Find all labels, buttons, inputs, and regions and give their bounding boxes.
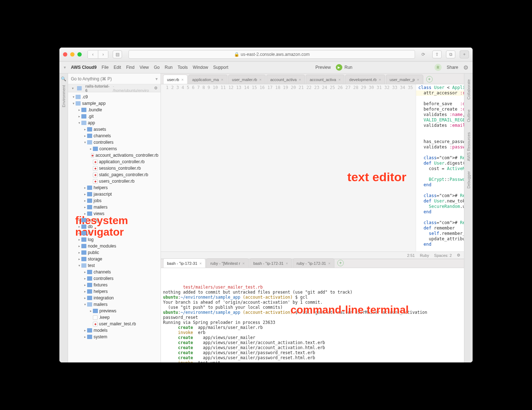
tree-item[interactable]: ▸lib <box>68 230 161 236</box>
close-icon[interactable]: × <box>259 77 261 82</box>
search-input[interactable] <box>71 76 153 81</box>
menu-toggle-icon[interactable]: ▾ <box>64 65 66 70</box>
menu-window[interactable]: Window <box>193 65 208 70</box>
tree-item[interactable]: ▸helpers <box>68 184 161 191</box>
tree-item[interactable]: ▸db <box>68 223 161 230</box>
editor-tab[interactable]: application_ma× <box>188 75 227 84</box>
tree-item[interactable]: ◆static_pages_controller.rb <box>68 171 161 178</box>
file-tree[interactable]: filesystem navigator ▾.c9▾sample_app▸.bu… <box>68 92 161 362</box>
tree-item[interactable]: ▸assets <box>68 126 161 133</box>
close-icon[interactable]: × <box>181 77 184 82</box>
close-icon[interactable]: × <box>242 261 244 266</box>
new-tab-icon[interactable]: + <box>460 50 469 58</box>
menu-find[interactable]: Find <box>126 65 134 70</box>
close-icon[interactable] <box>63 52 67 57</box>
zoom-icon[interactable] <box>77 52 82 57</box>
text-editor[interactable]: 1 2 3 4 5 6 7 8 9 10 11 12 13 14 15 16 1… <box>161 84 464 251</box>
close-icon[interactable]: × <box>379 77 381 82</box>
tree-item[interactable]: ▾test <box>68 262 161 269</box>
tree-item[interactable]: ▸fixtures <box>68 282 161 288</box>
close-icon[interactable]: × <box>299 77 301 82</box>
tree-item[interactable]: ▸jobs <box>68 197 161 204</box>
tree-item[interactable]: ▸config <box>68 217 161 223</box>
tree-item[interactable]: ▸channels <box>68 269 161 275</box>
menu-view[interactable]: View <box>140 65 149 70</box>
editor-tab[interactable]: user.rb× <box>163 75 188 84</box>
search-icon[interactable]: 🔍 <box>61 76 66 81</box>
forward-button[interactable]: › <box>98 50 108 58</box>
right-rail-collaborate[interactable]: Collaborate <box>466 79 471 99</box>
tree-item[interactable]: ▸storage <box>68 256 161 262</box>
tree-item[interactable]: ▾mailers <box>68 301 161 308</box>
new-tab-button[interactable]: + <box>426 76 433 83</box>
tree-item[interactable]: .keep <box>68 314 161 321</box>
share-icon[interactable]: ⇪ <box>432 50 442 58</box>
tree-item[interactable]: ◆sessions_controller.rb <box>68 165 161 171</box>
tree-item[interactable]: ▸helpers <box>68 288 161 295</box>
menu-run[interactable]: Run <box>165 65 173 70</box>
reload-icon[interactable]: ⟳ <box>421 52 425 57</box>
new-terminal-button[interactable]: + <box>337 260 344 266</box>
menu-go[interactable]: Go <box>154 65 160 70</box>
tree-item[interactable]: ▾.c9 <box>68 94 161 100</box>
editor-tab[interactable]: account_activa× <box>306 75 344 84</box>
tree-item[interactable]: ◆application_controller.rb <box>68 159 161 165</box>
minimize-icon[interactable] <box>70 52 75 57</box>
editor-tab[interactable]: development.rb× <box>345 75 385 84</box>
editor-tab[interactable]: user_mailer.rb× <box>228 75 266 84</box>
preview-button[interactable]: Preview <box>315 65 331 70</box>
menu-edit[interactable]: Edit <box>114 65 121 70</box>
tree-item[interactable]: ▸channels <box>68 133 161 139</box>
tree-item[interactable]: ▸concerns <box>68 146 161 152</box>
right-rail-debugger[interactable]: Debugger <box>466 171 471 188</box>
terminal-tab[interactable]: ruby - "[Minitest r× <box>206 258 248 268</box>
editor-tab[interactable]: account_activa× <box>266 75 305 84</box>
goto-search[interactable]: ▾ <box>68 73 161 84</box>
tree-item[interactable]: ▸public <box>68 249 161 256</box>
breadcrumb[interactable]: ▾ rails-tutorial-6 - /home/ubuntu/enviro… <box>68 84 161 92</box>
terminal-tab[interactable]: bash - "ip-172-31× <box>249 258 292 268</box>
tree-item[interactable]: ▸mailers <box>68 204 161 210</box>
terminal-tab[interactable]: bash - "ip-172-31× <box>163 258 206 268</box>
close-icon[interactable]: × <box>328 261 330 266</box>
close-icon[interactable]: × <box>199 261 202 266</box>
menu-file[interactable]: File <box>102 65 108 70</box>
address-bar[interactable]: 🔒 us-east-2.console.aws.amazon.com <box>129 50 415 59</box>
tree-item[interactable]: ▸controllers <box>68 275 161 282</box>
tree-item[interactable]: ▾controllers <box>68 139 161 146</box>
tree-item[interactable]: ▸previews <box>68 308 161 314</box>
right-rail-outline[interactable]: Outline <box>466 110 471 122</box>
terminal[interactable]: command-line terminal test/mailers/user_… <box>161 268 464 362</box>
close-icon[interactable]: × <box>221 77 223 82</box>
tree-item[interactable]: ▸integration <box>68 295 161 301</box>
tabs-icon[interactable]: ⧉ <box>446 50 455 58</box>
tree-item[interactable]: ▸views <box>68 210 161 217</box>
tree-item[interactable]: ▸.git <box>68 113 161 120</box>
tree-item[interactable]: ▸.bundle <box>68 107 161 113</box>
gear-icon[interactable]: ⚙ <box>154 86 158 90</box>
share-button[interactable]: Share <box>447 65 458 70</box>
tree-item[interactable]: ▸node_modules <box>68 243 161 249</box>
code-area[interactable]: class User < ApplicationRecord attr_acce… <box>416 84 464 251</box>
language-mode[interactable]: Ruby <box>420 253 429 258</box>
tree-item[interactable]: ▸log <box>68 236 161 243</box>
spaces-setting[interactable]: Spaces: 2 <box>434 253 452 258</box>
back-button[interactable]: ‹ <box>88 50 98 58</box>
avatar[interactable]: R <box>434 64 442 71</box>
menu-support[interactable]: Support <box>213 65 228 70</box>
tree-item[interactable]: ▾app <box>68 120 161 126</box>
close-icon[interactable]: × <box>338 77 341 82</box>
tree-item[interactable]: ◆user_mailer_test.rb <box>68 321 161 327</box>
close-icon[interactable]: × <box>286 261 288 266</box>
terminal-tab[interactable]: ruby - "ip-172-31× <box>293 258 334 268</box>
gear-icon[interactable]: ⚙ <box>463 64 468 71</box>
close-icon[interactable]: × <box>417 77 419 82</box>
tree-item[interactable]: ▸javascript <box>68 191 161 197</box>
sidebar-toggle-icon[interactable]: ▤ <box>113 50 122 58</box>
tree-item[interactable]: ▸system <box>68 334 161 340</box>
search-dropdown-icon[interactable]: ▾ <box>155 76 158 81</box>
tree-item[interactable]: ▸models <box>68 327 161 334</box>
run-button[interactable]: ▶ Run <box>336 64 352 71</box>
right-rail-aws-resources[interactable]: AWS Resources <box>466 132 471 161</box>
editor-tab[interactable]: user_mailer_p× <box>386 75 423 84</box>
